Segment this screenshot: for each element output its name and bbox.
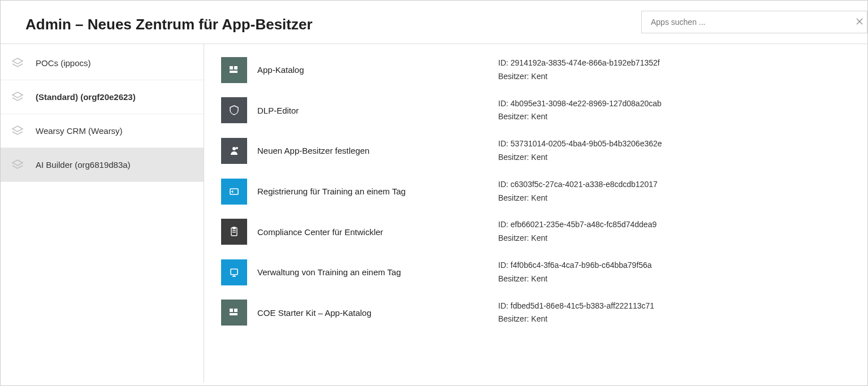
app-tile-icon (221, 300, 247, 326)
app-owner: Besitzer: Kent (498, 272, 652, 286)
app-meta: ID: efb66021-235e-45b7-a48c-fc85d74ddea9… (498, 218, 657, 245)
sidebar-item-label: (Standard) (orgf20e2623) (36, 92, 136, 102)
app-name: Neuen App-Besitzer festlegen (257, 146, 369, 155)
search-input[interactable] (641, 11, 867, 33)
app-meta: ID: 2914192a-3835-474e-866a-b192eb71352f… (498, 57, 660, 84)
app-owner: Besitzer: Kent (498, 110, 662, 124)
svg-rect-13 (233, 227, 235, 229)
app-left: Compliance Center für Entwickler (221, 219, 498, 245)
app-row[interactable]: COE Starter Kit – App-KatalogID: fdbed5d… (221, 293, 867, 333)
app-name: App-Katalog (257, 65, 304, 75)
app-id: ID: 53731014-0205-4ba4-9b05-b4b3206e362e (498, 137, 662, 151)
app-row[interactable]: Registrierung für Training an einem TagI… (221, 171, 867, 212)
app-left: App-Katalog (221, 57, 498, 83)
svg-rect-7 (234, 66, 237, 70)
app-owner: Besitzer: Kent (498, 313, 654, 326)
app-tile-icon (221, 179, 247, 205)
svg-marker-4 (12, 126, 23, 132)
app-name: COE Starter Kit – App-Katalog (257, 308, 372, 318)
app-owner: Besitzer: Kent (498, 192, 658, 205)
app-row[interactable]: Verwaltung von Training an einem TagID: … (221, 252, 867, 293)
svg-marker-5 (12, 160, 23, 166)
app-left: Registrierung für Training an einem Tag (221, 179, 498, 205)
layers-icon (11, 57, 24, 70)
app-tile-icon (221, 219, 247, 245)
app-name: Verwaltung von Training an einem Tag (257, 267, 401, 277)
layers-icon (11, 158, 24, 172)
svg-rect-21 (230, 313, 237, 315)
page-title: Admin – Neues Zentrum für App-Besitzer (25, 16, 313, 33)
app-id: ID: 2914192a-3835-474e-866a-b192eb71352f (498, 57, 660, 70)
sidebar-item-env[interactable]: Wearsy CRM (Wearsy) (1, 114, 204, 148)
body: POCs (ippocs)(Standard) (orgf20e2623)Wea… (1, 44, 867, 383)
app-owner: Besitzer: Kent (498, 70, 660, 84)
app-tile-icon (221, 97, 247, 123)
app-name: Registrierung für Training an einem Tag (257, 187, 405, 196)
sidebar-item-env[interactable]: AI Builder (org6819d83a) (1, 148, 204, 182)
app-owner: Besitzer: Kent (498, 151, 662, 164)
layers-icon (11, 124, 24, 138)
svg-marker-3 (12, 92, 23, 98)
svg-rect-20 (234, 309, 237, 312)
app-meta: ID: f4f0b6c4-3f6a-4ca7-b96b-c64bba79f56a… (498, 259, 652, 286)
app-meta: ID: fdbed5d1-86e8-41c5-b383-aff222113c71… (498, 300, 654, 327)
app-row[interactable]: App-KatalogID: 2914192a-3835-474e-866a-b… (221, 50, 867, 90)
app-meta: ID: 53731014-0205-4ba4-9b05-b4b3206e362e… (498, 137, 662, 164)
header: Admin – Neues Zentrum für App-Besitzer (1, 1, 867, 44)
app-id: ID: efb66021-235e-45b7-a48c-fc85d74ddea9 (498, 218, 657, 232)
svg-rect-19 (230, 309, 233, 312)
sidebar-item-env[interactable]: (Standard) (orgf20e2623) (1, 80, 204, 114)
app-id: ID: c6303f5c-27ca-4021-a338-e8cdcdb12017 (498, 178, 658, 192)
svg-rect-8 (230, 71, 237, 73)
svg-rect-16 (231, 269, 237, 275)
app-meta: ID: 4b095e31-3098-4e22-8969-127d08a20cab… (498, 97, 662, 124)
app-row[interactable]: DLP-EditorID: 4b095e31-3098-4e22-8969-12… (221, 90, 867, 131)
app-meta: ID: c6303f5c-27ca-4021-a338-e8cdcdb12017… (498, 178, 658, 205)
svg-marker-2 (12, 58, 23, 64)
app-left: COE Starter Kit – App-Katalog (221, 300, 498, 326)
app-row[interactable]: Neuen App-Besitzer festlegenID: 53731014… (221, 131, 867, 171)
app-tile-icon (221, 57, 247, 83)
sidebar-item-label: POCs (ippocs) (36, 58, 91, 68)
close-icon[interactable] (856, 18, 863, 27)
sidebar-item-label: Wearsy CRM (Wearsy) (36, 126, 123, 136)
svg-point-10 (236, 147, 238, 149)
app-left: Verwaltung von Training an einem Tag (221, 259, 498, 285)
sidebar-item-label: AI Builder (org6819d83a) (36, 160, 131, 170)
app-id: ID: f4f0b6c4-3f6a-4ca7-b96b-c64bba79f56a (498, 259, 652, 272)
app-left: Neuen App-Besitzer festlegen (221, 138, 498, 164)
app-name: Compliance Center für Entwickler (257, 227, 383, 237)
app-tile-icon (221, 259, 247, 285)
svg-rect-6 (230, 66, 233, 70)
app-left: DLP-Editor (221, 97, 498, 123)
sidebar-item-env[interactable]: POCs (ippocs) (1, 46, 204, 80)
app-tile-icon (221, 138, 247, 164)
app-list: App-KatalogID: 2914192a-3835-474e-866a-b… (204, 44, 867, 383)
app-id: ID: 4b095e31-3098-4e22-8969-127d08a20cab (498, 97, 662, 111)
app-id: ID: fdbed5d1-86e8-41c5-b383-aff222113c71 (498, 300, 654, 313)
app-owner: Besitzer: Kent (498, 232, 657, 245)
app-name: DLP-Editor (257, 106, 299, 115)
sidebar: POCs (ippocs)(Standard) (orgf20e2623)Wea… (1, 44, 204, 383)
app-row[interactable]: Compliance Center für EntwicklerID: efb6… (221, 211, 867, 252)
search-wrap (641, 11, 867, 33)
layers-icon (11, 90, 24, 104)
svg-point-9 (232, 147, 236, 150)
